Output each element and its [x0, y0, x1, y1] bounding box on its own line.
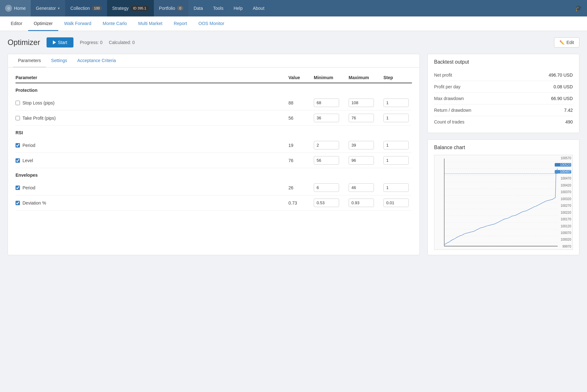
stop-loss-name: Stop Loss (pips): [22, 100, 54, 105]
col-minimum: Minimum: [314, 75, 349, 80]
stop-loss-min[interactable]: [314, 98, 339, 107]
col-maximum: Maximum: [349, 75, 383, 80]
oos-monitor-tab-label: OOS Monitor: [199, 21, 224, 26]
env-period-value: 26: [288, 185, 314, 190]
param-row-rsi-level: Level 76: [16, 153, 412, 168]
tab-settings[interactable]: Settings: [46, 54, 72, 67]
tools-label: Tools: [213, 6, 224, 11]
env-period-step[interactable]: [383, 183, 409, 192]
rsi-period-step[interactable]: [383, 141, 409, 149]
start-label: Start: [58, 40, 67, 45]
strategy-id-badge: ID 395.1: [130, 6, 149, 11]
rsi-period-min[interactable]: [314, 141, 339, 149]
left-panel: Parameters Settings Acceptance Criteria …: [8, 54, 420, 255]
checkbox-env-period[interactable]: [16, 186, 20, 190]
section-rsi: RSI: [16, 126, 412, 138]
calculated-text: Calculated: 0: [109, 40, 135, 45]
stop-loss-max[interactable]: [349, 98, 374, 107]
tab-multi-market[interactable]: Multi Market: [133, 16, 168, 31]
content-grid: Parameters Settings Acceptance Criteria …: [8, 54, 579, 255]
checkbox-take-profit[interactable]: [16, 116, 20, 120]
rsi-period-max[interactable]: [349, 141, 374, 149]
tab-monte-carlo[interactable]: Monte Carlo: [97, 16, 132, 31]
tab-optimizer[interactable]: Optimizer: [28, 16, 59, 31]
portfolio-badge: 0: [177, 6, 183, 10]
nav-collection[interactable]: Collection 100: [65, 0, 107, 16]
rsi-level-min[interactable]: [314, 156, 339, 165]
start-button[interactable]: Start: [47, 37, 74, 47]
panel-tabs: Parameters Settings Acceptance Criteria: [8, 54, 420, 67]
balance-chart-title: Balance chart: [434, 145, 573, 150]
multi-market-tab-label: Multi Market: [138, 21, 162, 26]
backtest-output-title: Backtest output: [434, 59, 573, 65]
param-row-stop-loss: Stop Loss (pips) 88: [16, 95, 412, 111]
tab-parameters[interactable]: Parameters: [13, 54, 46, 67]
take-profit-max[interactable]: [349, 114, 374, 122]
param-label-rsi-level: Level: [16, 158, 288, 163]
monte-carlo-tab-label: Monte Carlo: [103, 21, 127, 26]
env-deviation-step[interactable]: [383, 199, 409, 207]
chart-y-labels: 100570 100520 100497 100470 100420 10037…: [555, 155, 571, 250]
env-period-min[interactable]: [314, 183, 339, 192]
checkbox-env-deviation[interactable]: [16, 201, 20, 205]
nav-portfolio[interactable]: Portfolio 0: [154, 0, 188, 16]
parameters-tab-label: Parameters: [18, 58, 41, 63]
param-row-rsi-period: Period 19: [16, 138, 412, 153]
table-header: Parameter Value Minimum Maximum Step: [16, 73, 412, 83]
rsi-level-step[interactable]: [383, 156, 409, 165]
col-step: Step: [383, 75, 412, 80]
tab-walk-forward[interactable]: Walk Forward: [58, 16, 97, 31]
balance-chart-container: .grid-line { stroke: #dde; stroke-width:…: [434, 155, 573, 250]
env-deviation-min[interactable]: [314, 199, 339, 207]
nav-strategy[interactable]: Strategy ID 395.1: [107, 0, 154, 16]
generator-dropdown-icon: ▼: [57, 7, 60, 10]
metric-return-drawdown: Return / drawdown 7.42: [434, 104, 573, 116]
env-period-name: Period: [22, 185, 35, 190]
take-profit-step[interactable]: [383, 114, 409, 122]
edit-button[interactable]: ✏️ Edit: [554, 37, 579, 47]
take-profit-min[interactable]: [314, 114, 339, 122]
env-period-max[interactable]: [349, 183, 374, 192]
tab-oos-monitor[interactable]: OOS Monitor: [193, 16, 230, 31]
param-label-env-period: Period: [16, 185, 288, 190]
nav-data[interactable]: Data: [188, 0, 208, 16]
top-navigation: ⊙ Home Generator ▼ Collection 100 Strate…: [0, 0, 587, 16]
backtest-output-panel: Backtest output Net profit 496.70 USD Pr…: [427, 54, 579, 133]
rsi-level-max[interactable]: [349, 156, 374, 165]
param-label-env-deviation: Deviation %: [16, 200, 288, 205]
metric-count-trades: Count of trades 490: [434, 116, 573, 128]
param-row-env-deviation: Deviation % 0.73: [16, 195, 412, 211]
home-label: Home: [14, 6, 26, 11]
metric-max-drawdown: Max drawdown 66.90 USD: [434, 93, 573, 104]
nav-generator[interactable]: Generator ▼: [31, 0, 65, 16]
optimizer-tab-label: Optimizer: [34, 21, 53, 26]
edit-icon: ✏️: [559, 40, 565, 45]
nav-about[interactable]: About: [248, 0, 269, 16]
right-panel: Backtest output Net profit 496.70 USD Pr…: [427, 54, 579, 255]
metric-net-profit-label: Net profit: [434, 73, 452, 78]
tab-editor[interactable]: Editor: [5, 16, 28, 31]
collection-badge: 100: [92, 6, 102, 10]
metric-return-drawdown-label: Return / drawdown: [434, 108, 471, 113]
checkbox-stop-loss[interactable]: [16, 101, 20, 105]
section-protection: Protection: [16, 83, 412, 95]
tab-acceptance-criteria[interactable]: Acceptance Criteria: [72, 54, 121, 67]
stop-loss-step[interactable]: [383, 98, 409, 107]
tab-report[interactable]: Report: [168, 16, 193, 31]
walk-forward-tab-label: Walk Forward: [64, 21, 91, 26]
checkbox-rsi-period[interactable]: [16, 143, 20, 148]
parameters-table: Parameter Value Minimum Maximum Step Pro…: [8, 67, 420, 216]
collection-label: Collection: [70, 6, 90, 11]
rsi-period-name: Period: [22, 143, 35, 148]
nav-profile-icon[interactable]: 🎓: [570, 0, 587, 16]
param-label-take-profit: Take Profit (pips): [16, 116, 288, 121]
nav-tools[interactable]: Tools: [208, 0, 229, 16]
nav-home[interactable]: ⊙ Home: [0, 0, 31, 16]
report-tab-label: Report: [174, 21, 187, 26]
metric-net-profit-value: 496.70 USD: [549, 73, 573, 78]
play-icon: [53, 41, 56, 44]
env-deviation-max[interactable]: [349, 199, 374, 207]
checkbox-rsi-level[interactable]: [16, 158, 20, 163]
nav-help[interactable]: Help: [229, 0, 248, 16]
acceptance-criteria-tab-label: Acceptance Criteria: [77, 58, 116, 63]
